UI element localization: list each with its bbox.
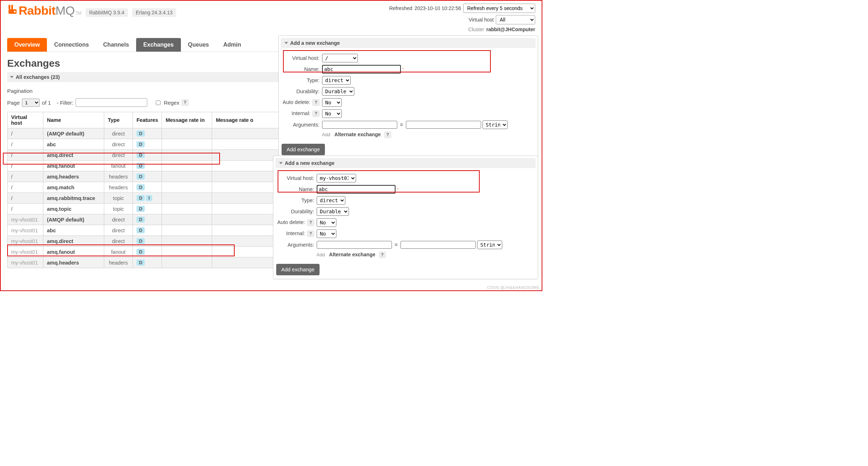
p2-autodelete-select[interactable]: No (317, 218, 336, 227)
cell-name[interactable]: amq.direct (43, 150, 104, 161)
p1-lbl-dur: Durability: (282, 87, 321, 96)
p1-alt-exchange-link[interactable]: Alternate exchange (335, 132, 381, 137)
cell-name[interactable]: amq.fanout (43, 247, 104, 257)
help-icon[interactable]: ? (312, 99, 319, 106)
logo: RabbitMQTM (7, 4, 81, 18)
p2-vhost-select[interactable]: my-vhost01 (317, 174, 356, 182)
cell-name[interactable]: (AMQP default) (43, 214, 104, 225)
p1-type-select[interactable]: direct (322, 76, 351, 85)
tab-admin[interactable]: Admin (216, 38, 248, 52)
feature-badge: D (136, 152, 145, 158)
page-select[interactable]: 1 (22, 99, 40, 107)
cell-vhost: / (8, 128, 43, 139)
cluster-label: Cluster (468, 27, 484, 32)
cell-type: headers (104, 257, 133, 268)
p1-add-word: Add (322, 132, 330, 137)
vhost-select[interactable]: All (496, 15, 535, 24)
tab-channels[interactable]: Channels (96, 38, 136, 52)
p1-name-input[interactable] (322, 65, 401, 73)
refresh-interval-select[interactable]: Refresh every 5 seconds (463, 4, 535, 13)
cell-name[interactable]: amq.match (43, 182, 104, 193)
cell-name[interactable]: amq.fanout (43, 161, 104, 171)
p2-durability-select[interactable]: Durable (317, 207, 349, 216)
cell-rate-in (162, 236, 212, 247)
cell-name[interactable]: amq.topic (43, 204, 104, 214)
cell-rate-in (162, 193, 212, 204)
panel1-header[interactable]: Add a new exchange (281, 38, 536, 48)
p2-lbl-args: Arguments: (277, 240, 316, 249)
p1-add-exchange-button[interactable]: Add exchange (282, 144, 325, 155)
caret-down-icon (284, 42, 288, 44)
p1-lbl-vhost: Virtual host: (282, 53, 321, 63)
p2-arg-type-select[interactable]: String (477, 241, 502, 249)
regex-help-icon[interactable]: ? (182, 99, 188, 106)
p2-lbl-type: Type: (277, 196, 316, 205)
p2-internal-select[interactable]: No (317, 229, 336, 238)
p1-arg-val-input[interactable] (406, 121, 481, 129)
cell-name[interactable]: abc (43, 139, 104, 150)
p2-arg-val-input[interactable] (401, 241, 476, 249)
cell-type: direct (104, 214, 133, 225)
feature-badge: D (136, 249, 145, 255)
cell-name[interactable]: (AMQP default) (43, 128, 104, 139)
p1-durability-select[interactable]: Durable (322, 87, 354, 96)
p1-internal-select[interactable]: No (322, 109, 342, 118)
cell-name[interactable]: amq.rabbitmq.trace (43, 193, 104, 204)
logo-text-mq: MQ (56, 4, 75, 18)
feature-badge: D (136, 173, 145, 180)
cell-vhost: my-vhost01 (8, 214, 43, 225)
svg-rect-0 (9, 5, 10, 10)
logo-text-rabbit: Rabbit (19, 4, 56, 18)
cell-features: D (133, 247, 162, 257)
cell-type: direct (104, 225, 133, 236)
p2-lbl-internal: Internal: (286, 230, 305, 236)
rabbit-icon (7, 4, 18, 18)
help-icon[interactable]: ? (312, 110, 319, 117)
cell-rate-in (162, 247, 212, 257)
cell-type: fanout (104, 161, 133, 171)
caret-down-icon (10, 76, 14, 78)
cell-features: D (133, 204, 162, 214)
p2-lbl-name: Name: (277, 185, 316, 194)
p1-autodelete-select[interactable]: No (322, 98, 342, 107)
regex-checkbox[interactable] (156, 100, 160, 105)
cell-name[interactable]: amq.direct (43, 236, 104, 247)
th-vhost[interactable]: Virtual host (8, 112, 43, 128)
filter-label: - Filter: (57, 100, 73, 106)
tab-exchanges[interactable]: Exchanges (136, 38, 181, 52)
p2-type-select[interactable]: direct (317, 196, 345, 205)
cell-features: D (133, 225, 162, 236)
tab-overview[interactable]: Overview (7, 38, 47, 52)
cell-name[interactable]: abc (43, 225, 104, 236)
p2-arg-key-input[interactable] (317, 241, 392, 249)
of-label: of 1 (42, 100, 51, 106)
th-type[interactable]: Type (104, 112, 133, 128)
cell-name[interactable]: amq.headers (43, 171, 104, 182)
cell-rate-in (162, 182, 212, 193)
p2-add-exchange-button[interactable]: Add exchange (276, 264, 320, 275)
tab-connections[interactable]: Connections (47, 38, 96, 52)
feature-badge: D (136, 260, 145, 266)
refreshed-time: 2023-10-10 10:22:56 (414, 5, 461, 11)
help-icon[interactable]: ? (379, 252, 386, 258)
panel1-title: Add a new exchange (290, 40, 340, 46)
cell-name[interactable]: amq.headers (43, 257, 104, 268)
p1-arg-key-input[interactable] (322, 121, 397, 129)
cell-rate-in (162, 128, 212, 139)
help-icon[interactable]: ? (307, 230, 314, 237)
feature-badge: I (146, 195, 152, 201)
p2-alt-exchange-link[interactable]: Alternate exchange (329, 252, 375, 257)
th-features[interactable]: Features (133, 112, 162, 128)
p1-arg-type-select[interactable]: String (483, 120, 508, 129)
help-icon[interactable]: ? (307, 219, 314, 226)
help-icon[interactable]: ? (384, 132, 391, 138)
th-rate-in[interactable]: Message rate in (162, 112, 212, 128)
filter-input[interactable] (76, 98, 147, 107)
cell-rate-in (162, 171, 212, 182)
tab-queues[interactable]: Queues (181, 38, 216, 52)
p2-name-input[interactable] (317, 185, 395, 194)
th-name[interactable]: Name (43, 112, 104, 128)
p1-vhost-select[interactable]: / (322, 54, 358, 62)
refreshed-label: Refreshed (389, 5, 412, 11)
panel2-header[interactable]: Add a new exchange (275, 158, 536, 168)
